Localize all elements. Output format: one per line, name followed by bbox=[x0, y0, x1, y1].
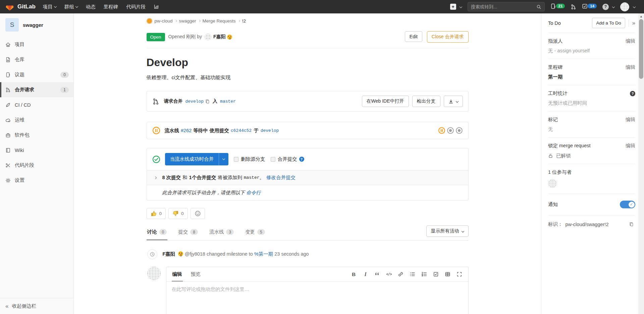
merge-options-dropdown[interactable] bbox=[219, 153, 228, 165]
sidebar-item-settings[interactable]: 设置 bbox=[0, 173, 73, 188]
tab-pipelines[interactable]: 流水线 3 bbox=[209, 224, 234, 240]
participant-avatar[interactable] bbox=[548, 179, 557, 188]
activity-author[interactable]: F嘉阳 bbox=[163, 251, 175, 257]
breadcrumb-section[interactable]: Merge Requests bbox=[203, 18, 236, 23]
link-icon[interactable] bbox=[397, 271, 404, 278]
checkout-branch-button[interactable]: 检出分支 bbox=[412, 96, 440, 107]
stage-created-icon[interactable] bbox=[455, 127, 463, 134]
tab-discussion[interactable]: 讨论 0 bbox=[147, 224, 168, 240]
bold-icon[interactable]: B bbox=[351, 271, 357, 278]
mr-description: 依赖整理、ci文件配置、基础功能实现 bbox=[147, 74, 469, 81]
remove-source-branch-option[interactable]: 删除源分支 bbox=[234, 156, 265, 162]
assignee-edit-button[interactable]: 编辑 bbox=[626, 38, 635, 44]
author-avatar[interactable] bbox=[205, 34, 211, 40]
quote-icon[interactable] bbox=[374, 271, 381, 278]
sidebar-item-repository[interactable]: 仓库 bbox=[0, 52, 73, 67]
breadcrumb-project[interactable]: swagger bbox=[179, 18, 196, 23]
notifications-toggle[interactable]: ✓ bbox=[620, 201, 635, 208]
sidebar-item-snippets[interactable]: 代码片段 bbox=[0, 158, 73, 173]
tab-commits[interactable]: 提交 8 bbox=[177, 224, 199, 240]
sidebar-item-issues[interactable]: 议题 0 bbox=[0, 67, 73, 82]
sidebar-item-merge-requests[interactable]: 合并请求 1 bbox=[0, 82, 73, 97]
download-dropdown-button[interactable] bbox=[444, 96, 463, 107]
merge-when-pipeline-succeeds-button[interactable]: 当流水线成功时合并 bbox=[165, 153, 219, 165]
merge-requests-badge: 1 bbox=[60, 87, 69, 93]
code-icon[interactable]: </> bbox=[386, 271, 392, 278]
search-input[interactable] bbox=[471, 4, 536, 9]
assignee-value[interactable]: 无 - assign yourself bbox=[548, 48, 635, 54]
pipeline-branch-link[interactable]: develop bbox=[261, 128, 279, 133]
copy-icon[interactable] bbox=[205, 99, 210, 104]
project-header[interactable]: S swagger bbox=[0, 13, 73, 37]
help-icon[interactable]: ? bbox=[299, 157, 304, 162]
help-icon[interactable]: ? bbox=[630, 91, 635, 96]
nav-item-milestones[interactable]: 里程碑 bbox=[104, 4, 118, 10]
source-branch[interactable]: develop bbox=[185, 99, 204, 104]
user-menu[interactable] bbox=[620, 2, 635, 11]
new-menu-button[interactable]: + bbox=[450, 4, 462, 10]
collapse-sidebar-button[interactable]: « 收起侧边栏 bbox=[0, 298, 73, 314]
pipeline-paused-icon bbox=[152, 126, 160, 135]
italic-icon[interactable]: I bbox=[362, 271, 369, 278]
checkbox[interactable] bbox=[271, 157, 275, 162]
todos-counter[interactable]: 14 bbox=[582, 3, 597, 10]
milestone-edit-button[interactable]: 编辑 bbox=[626, 64, 635, 70]
target-branch[interactable]: master bbox=[220, 99, 236, 104]
thumbs-down-button[interactable]: 0 bbox=[168, 208, 188, 219]
comment-textarea[interactable] bbox=[172, 286, 463, 314]
chart-icon[interactable] bbox=[154, 4, 159, 9]
sidebar-item-packages[interactable]: 软件包 bbox=[0, 127, 73, 143]
page-scrollbar[interactable]: ▲ bbox=[638, 13, 644, 314]
activity-filter-dropdown[interactable]: 显示所有活动 bbox=[426, 225, 469, 237]
milestone-value[interactable]: 第一期 bbox=[548, 74, 635, 80]
lock-edit-button[interactable]: 编辑 bbox=[626, 143, 635, 149]
fullscreen-icon[interactable] bbox=[456, 271, 463, 278]
tab-changes[interactable]: 变更 5 bbox=[245, 224, 266, 240]
scroll-up-arrow[interactable]: ▲ bbox=[638, 13, 644, 19]
gitlab-logo-icon[interactable] bbox=[5, 2, 14, 11]
nav-item-groups[interactable]: 群组 bbox=[64, 4, 78, 10]
collapse-right-sidebar-icon[interactable]: » bbox=[632, 20, 635, 27]
web-ide-button[interactable]: 在Web IDE中打开 bbox=[362, 96, 409, 107]
edit-button[interactable]: Edit bbox=[405, 31, 422, 42]
labels-edit-button[interactable]: 编辑 bbox=[626, 116, 635, 123]
squash-commits-option[interactable]: 合并提交 ? bbox=[271, 156, 304, 162]
table-icon[interactable] bbox=[444, 271, 451, 278]
scrollbar-thumb[interactable] bbox=[639, 19, 643, 79]
help-menu[interactable]: ? bbox=[602, 4, 614, 10]
stage-paused-icon[interactable] bbox=[438, 127, 445, 134]
milestone-link[interactable]: %第一期 bbox=[254, 251, 273, 257]
bullet-list-icon[interactable] bbox=[409, 271, 416, 278]
pipeline-number-link[interactable]: #262 bbox=[181, 128, 192, 133]
nav-item-activity[interactable]: 动态 bbox=[86, 4, 96, 10]
add-todo-button[interactable]: Add a To Do bbox=[592, 18, 625, 28]
merge-requests-icon[interactable] bbox=[571, 4, 576, 10]
breadcrumb-group[interactable]: pw-cloud bbox=[155, 18, 173, 23]
group-avatar bbox=[147, 18, 152, 24]
sidebar-item-wiki[interactable]: Wiki bbox=[0, 143, 73, 158]
nav-item-snippets[interactable]: 代码片段 bbox=[126, 4, 146, 10]
stage-created-icon[interactable] bbox=[447, 127, 454, 134]
sidebar-item-cicd[interactable]: CI / CD bbox=[0, 97, 73, 112]
add-emoji-button[interactable] bbox=[191, 208, 205, 219]
commit-sha-link[interactable]: c6244c52 bbox=[231, 128, 252, 133]
participants-block: 1 位参与者 bbox=[548, 164, 635, 194]
thumbs-up-button[interactable]: 0 bbox=[147, 208, 166, 219]
numbered-list-icon[interactable] bbox=[421, 271, 428, 278]
brand-title[interactable]: GitLab bbox=[17, 3, 36, 10]
nav-item-projects[interactable]: 项目 bbox=[43, 4, 56, 10]
author-name[interactable]: F嘉阳 bbox=[213, 34, 226, 40]
checkbox[interactable] bbox=[234, 157, 238, 162]
sidebar-item-operations[interactable]: 运维 bbox=[0, 112, 73, 127]
commits-summary-row[interactable]: 8 次提交 和 1个合并提交 将被添加到 master 。 修改合并提交 bbox=[147, 170, 468, 185]
global-search[interactable] bbox=[468, 2, 545, 11]
issues-counter[interactable]: 21 bbox=[550, 3, 565, 10]
sidebar-item-project[interactable]: 项目 bbox=[0, 37, 73, 52]
task-list-icon[interactable] bbox=[433, 271, 439, 278]
modify-merge-commit-link[interactable]: 修改合并提交 bbox=[266, 174, 296, 181]
editor-tab-preview[interactable]: 预览 bbox=[190, 267, 201, 281]
editor-tab-write[interactable]: 编辑 bbox=[172, 267, 183, 281]
copy-icon[interactable] bbox=[629, 222, 634, 227]
command-line-link[interactable]: 命令行 bbox=[246, 190, 261, 195]
close-mr-button[interactable]: Close 合并请求 bbox=[427, 31, 469, 43]
